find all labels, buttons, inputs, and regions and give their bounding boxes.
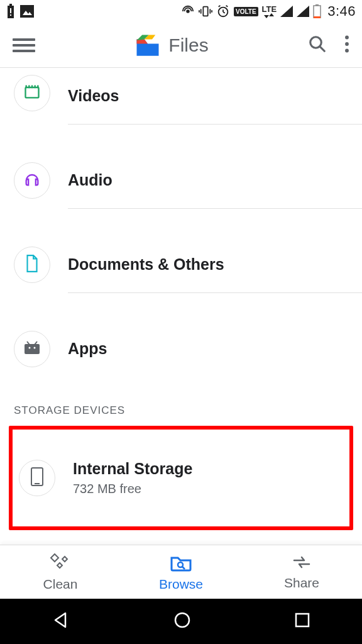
svg-rect-34	[28, 86, 30, 89]
svg-rect-3	[10, 14, 11, 16]
storage-sdcard[interactable]: DA4B-08A6 3.9 GB free	[0, 530, 362, 545]
bottom-nav: Clean Browse Share	[0, 545, 362, 599]
menu-button[interactable]	[13, 38, 35, 52]
document-icon	[24, 254, 40, 275]
svg-rect-55	[296, 614, 309, 626]
internal-storage-highlight: Internal Storage 732 MB free	[9, 426, 353, 530]
volte-badge: VOLTE	[234, 7, 258, 16]
svg-marker-49	[62, 557, 67, 562]
app-title: Files	[168, 35, 208, 56]
battery-icon	[313, 4, 321, 18]
share-icon	[292, 554, 312, 573]
svg-rect-36	[35, 86, 36, 89]
category-audio[interactable]: Audio	[0, 138, 362, 223]
svg-rect-32	[26, 87, 39, 97]
videos-icon	[23, 83, 41, 103]
status-bar: VOLTE LTE 3:46	[0, 0, 362, 23]
category-apps[interactable]: Apps	[0, 307, 362, 391]
files-logo-icon	[134, 33, 160, 58]
alarm-icon	[216, 4, 230, 18]
audio-icon	[23, 170, 41, 191]
android-nav-bar	[0, 599, 362, 644]
svg-rect-43	[31, 468, 43, 486]
svg-point-51	[178, 562, 183, 567]
clean-icon	[50, 553, 71, 574]
category-label: Documents & Others	[68, 255, 362, 274]
svg-point-31	[345, 48, 349, 52]
storage-section-header: STORAGE DEVICES	[0, 391, 362, 422]
svg-marker-20	[297, 6, 309, 17]
svg-marker-50	[57, 563, 62, 568]
vibrate-icon	[199, 4, 212, 18]
signal-2-icon	[297, 6, 309, 17]
svg-rect-22	[315, 4, 319, 6]
back-button[interactable]	[52, 611, 70, 632]
lte-indicator: LTE	[262, 5, 277, 18]
nav-label: Browse	[159, 577, 203, 592]
svg-marker-48	[51, 554, 58, 562]
svg-point-30	[345, 42, 349, 46]
nav-browse[interactable]: Browse	[121, 545, 241, 599]
browse-icon	[170, 553, 192, 574]
svg-rect-37	[37, 86, 38, 89]
svg-rect-7	[203, 7, 207, 16]
more-button[interactable]	[344, 35, 349, 55]
svg-rect-35	[31, 86, 33, 89]
nav-label: Clean	[43, 577, 78, 592]
category-label: Audio	[68, 171, 362, 189]
svg-point-54	[175, 613, 189, 627]
svg-rect-33	[26, 86, 27, 89]
battery-alert-icon	[6, 4, 15, 19]
svg-line-52	[182, 567, 185, 569]
svg-marker-18	[269, 13, 274, 16]
svg-rect-38	[25, 344, 40, 354]
apps-icon	[23, 340, 41, 358]
svg-line-16	[226, 6, 228, 7]
hotspot-icon	[181, 4, 195, 18]
app-bar: Files	[0, 23, 362, 68]
clock: 3:46	[327, 3, 356, 19]
content-list: Videos Audio Documents & Others Apps STO…	[0, 68, 362, 545]
home-button[interactable]	[173, 611, 192, 632]
nav-share[interactable]: Share	[241, 545, 362, 599]
category-documents[interactable]: Documents & Others	[0, 223, 362, 307]
category-label: Apps	[68, 340, 362, 358]
storage-label: Internal Storage	[73, 460, 349, 478]
svg-rect-2	[10, 8, 11, 13]
svg-line-14	[223, 12, 225, 13]
nav-clean[interactable]: Clean	[0, 545, 121, 599]
svg-rect-1	[9, 4, 12, 6]
category-videos[interactable]: Videos	[0, 68, 362, 138]
category-label: Videos	[68, 87, 362, 105]
storage-sub: 732 MB free	[73, 482, 349, 496]
svg-point-29	[345, 35, 349, 39]
phone-icon	[30, 467, 44, 489]
signal-1-icon	[280, 6, 293, 17]
svg-line-15	[219, 6, 221, 7]
svg-point-40	[34, 347, 36, 348]
svg-rect-4	[20, 5, 34, 18]
storage-internal[interactable]: Internal Storage 732 MB free	[13, 430, 349, 526]
recents-button[interactable]	[294, 612, 310, 631]
svg-rect-23	[314, 16, 321, 18]
svg-point-6	[186, 9, 190, 13]
svg-point-39	[29, 347, 31, 348]
svg-marker-19	[280, 6, 293, 17]
nav-label: Share	[284, 575, 319, 591]
svg-marker-17	[264, 15, 269, 18]
svg-line-28	[320, 46, 325, 51]
image-icon	[20, 5, 34, 18]
svg-marker-53	[55, 613, 65, 627]
search-button[interactable]	[308, 35, 327, 56]
